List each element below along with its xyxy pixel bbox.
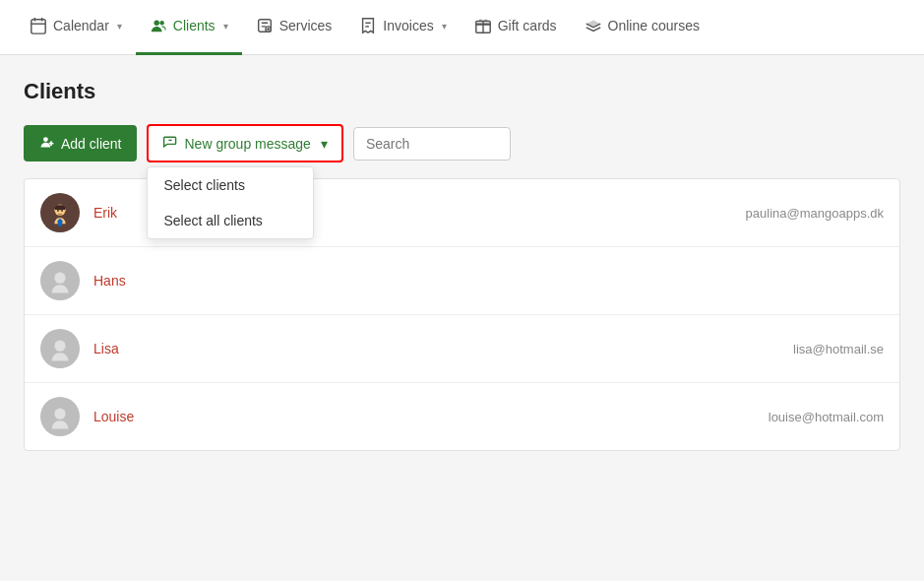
avatar: [40, 261, 80, 300]
svg-point-11: [43, 137, 48, 142]
nav-services-label: Services: [279, 18, 333, 33]
message-icon: [162, 134, 178, 153]
client-email: louise@hotmail.com: [769, 410, 884, 424]
nav-calendar[interactable]: Calendar ▾: [16, 0, 136, 55]
clients-icon: [150, 17, 167, 34]
svg-point-5: [159, 21, 164, 26]
group-message-label: New group message: [184, 136, 310, 152]
select-all-clients-option[interactable]: Select all clients: [148, 203, 313, 238]
nav-giftcards[interactable]: Gift cards: [461, 0, 571, 55]
invoices-icon: [359, 17, 377, 34]
nav-services[interactable]: Services: [242, 0, 346, 55]
group-message-button[interactable]: New group message ▾: [147, 124, 342, 162]
add-client-icon: [39, 134, 55, 153]
main-nav: Calendar ▾ Clients ▾ Services: [0, 0, 924, 55]
svg-point-20: [57, 210, 59, 212]
nav-invoices-label: Invoices: [383, 18, 433, 33]
select-clients-option[interactable]: Select clients: [148, 167, 313, 203]
svg-point-27: [54, 409, 65, 420]
svg-rect-19: [63, 207, 66, 211]
svg-rect-18: [54, 207, 57, 211]
nav-clients[interactable]: Clients ▾: [136, 0, 242, 55]
select-all-clients-label: Select all clients: [163, 213, 262, 228]
giftcards-icon: [474, 17, 492, 34]
group-message-dropdown: New group message ▾ Select clients Selec…: [147, 124, 342, 162]
calendar-icon: [30, 17, 47, 34]
client-email: paulina@mangoapps.dk: [746, 206, 884, 221]
add-client-label: Add client: [61, 136, 121, 152]
nav-giftcards-label: Gift cards: [498, 18, 557, 33]
add-client-button[interactable]: Add client: [24, 125, 137, 161]
client-email: lisa@hotmail.se: [793, 342, 884, 356]
nav-calendar-label: Calendar: [53, 18, 109, 33]
client-name: Hans: [93, 273, 870, 289]
select-clients-label: Select clients: [163, 177, 244, 193]
client-name: Louise: [93, 409, 755, 424]
nav-courses[interactable]: Online courses: [571, 0, 713, 55]
clients-page: Clients Add client: [0, 55, 924, 451]
toolbar: Add client New group message ▾ Select cl…: [24, 124, 900, 162]
table-row[interactable]: Louise louise@hotmail.com: [25, 383, 899, 450]
courses-icon: [585, 17, 602, 34]
svg-point-25: [54, 341, 65, 352]
table-row[interactable]: Hans: [25, 247, 899, 315]
group-message-menu: Select clients Select all clients: [147, 166, 314, 239]
chevron-down-icon: ▾: [117, 21, 122, 32]
nav-clients-label: Clients: [173, 18, 216, 33]
svg-point-21: [61, 210, 63, 212]
avatar: [40, 193, 80, 232]
svg-rect-0: [31, 20, 45, 33]
search-input[interactable]: [353, 127, 511, 161]
svg-point-23: [54, 273, 65, 284]
chevron-down-icon: ▾: [223, 21, 228, 32]
avatar: [40, 397, 80, 436]
page-title: Clients: [24, 79, 900, 104]
client-name: Lisa: [93, 341, 779, 356]
svg-point-4: [154, 21, 158, 26]
nav-invoices[interactable]: Invoices ▾: [345, 0, 460, 55]
group-message-chevron: ▾: [321, 136, 328, 152]
services-icon: [256, 17, 274, 34]
nav-courses-label: Online courses: [608, 18, 700, 33]
table-row[interactable]: Lisa lisa@hotmail.se: [25, 315, 899, 383]
avatar: [40, 329, 80, 368]
chevron-down-icon: ▾: [442, 21, 447, 32]
